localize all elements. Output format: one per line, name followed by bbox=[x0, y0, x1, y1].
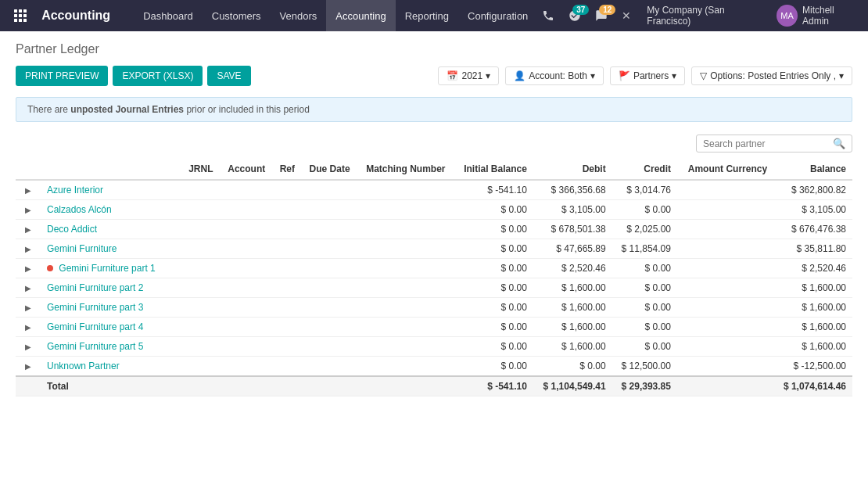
amount-currency-cell bbox=[677, 337, 773, 357]
user-name[interactable]: Mitchell Admin bbox=[802, 5, 860, 27]
expand-button[interactable]: ▶ bbox=[22, 284, 34, 292]
initial-balance-cell: $ 0.00 bbox=[454, 239, 533, 259]
account-cell bbox=[221, 278, 273, 298]
grid-menu-icon[interactable] bbox=[8, 0, 32, 31]
total-balance: $ 1,074,614.46 bbox=[773, 376, 852, 396]
partner-name-link[interactable]: Gemini Furniture part 2 bbox=[47, 282, 143, 293]
alert-dot bbox=[47, 265, 53, 271]
partners-filter[interactable]: 🚩 Partners ▾ bbox=[610, 66, 685, 85]
amount-currency-cell bbox=[677, 357, 773, 377]
company-selector[interactable]: My Company (San Francisco) bbox=[640, 5, 772, 27]
initial-balance-cell: $ 0.00 bbox=[454, 357, 533, 377]
partner-name-link[interactable]: Azure Interior bbox=[47, 185, 103, 196]
amount-currency-cell bbox=[677, 278, 773, 298]
col-initial-balance: Initial Balance bbox=[454, 159, 533, 180]
jrnl-cell bbox=[181, 337, 221, 357]
top-navigation: Accounting Dashboard Customers Vendors A… bbox=[0, 0, 868, 31]
expand-button[interactable]: ▶ bbox=[22, 362, 34, 371]
account-cell bbox=[221, 200, 273, 220]
app-brand: Accounting bbox=[32, 9, 134, 23]
table-header-row: JRNL Account Ref Due Date Matching Numbe… bbox=[16, 159, 852, 180]
menu-item-accounting[interactable]: Accounting bbox=[326, 0, 395, 31]
ref-cell bbox=[273, 278, 302, 298]
account-cell bbox=[221, 220, 273, 239]
debit-cell: $ 3,105.00 bbox=[533, 200, 612, 220]
table-row: ▶ Unknown Partner $ 0.00 $ 0.00 $ 12,500… bbox=[16, 357, 852, 377]
data-table: JRNL Account Ref Due Date Matching Numbe… bbox=[16, 159, 852, 396]
matching-cell bbox=[357, 220, 454, 239]
expand-cell: ▶ bbox=[16, 337, 41, 357]
partner-name-link[interactable]: Gemini Furniture part 3 bbox=[47, 302, 143, 313]
balance-cell: $ 3,105.00 bbox=[773, 200, 852, 220]
table-row: ▶ Deco Addict $ 0.00 $ 678,501.38 $ 2,02… bbox=[16, 220, 852, 239]
partner-name-link[interactable]: Gemini Furniture part 1 bbox=[59, 263, 155, 274]
print-preview-button[interactable]: PRINT PREVIEW bbox=[16, 66, 108, 86]
jrnl-cell bbox=[181, 259, 221, 278]
expand-cell: ▶ bbox=[16, 200, 41, 220]
chat-icon[interactable]: 12 bbox=[590, 6, 612, 25]
partner-name-link[interactable]: Deco Addict bbox=[47, 224, 97, 235]
ref-cell bbox=[273, 318, 302, 337]
partner-name-link[interactable]: Unknown Partner bbox=[47, 361, 120, 371]
expand-button[interactable]: ▶ bbox=[22, 343, 34, 351]
expand-button[interactable]: ▶ bbox=[22, 186, 34, 195]
menu-item-reporting[interactable]: Reporting bbox=[396, 0, 458, 31]
search-input[interactable] bbox=[703, 138, 833, 149]
svg-rect-5 bbox=[23, 14, 27, 17]
avatar[interactable]: MA bbox=[777, 5, 798, 27]
menu-item-customers[interactable]: Customers bbox=[203, 0, 271, 31]
export-xlsx-button[interactable]: EXPORT (XLSX) bbox=[113, 66, 203, 86]
activity-icon[interactable]: 37 bbox=[564, 6, 586, 25]
partner-name-cell: Deco Addict bbox=[41, 220, 181, 239]
initial-balance-cell: $ -541.10 bbox=[454, 180, 533, 200]
account-cell bbox=[221, 180, 273, 200]
balance-cell: $ 35,811.80 bbox=[773, 239, 852, 259]
credit-cell: $ 0.00 bbox=[612, 200, 677, 220]
account-cell bbox=[221, 239, 273, 259]
ref-cell bbox=[273, 220, 302, 239]
expand-button[interactable]: ▶ bbox=[22, 303, 34, 312]
ref-cell bbox=[273, 298, 302, 318]
debit-cell: $ 0.00 bbox=[533, 357, 612, 377]
partner-name-link[interactable]: Calzados Alcón bbox=[47, 204, 112, 215]
menu-item-dashboard[interactable]: Dashboard bbox=[134, 0, 203, 31]
close-icon[interactable]: ✕ bbox=[617, 6, 636, 25]
debit-cell: $ 678,501.38 bbox=[533, 220, 612, 239]
credit-cell: $ 0.00 bbox=[612, 318, 677, 337]
matching-cell bbox=[357, 298, 454, 318]
due-date-cell bbox=[302, 337, 357, 357]
due-date-cell bbox=[302, 220, 357, 239]
year-filter[interactable]: 📅 2021 ▾ bbox=[438, 66, 499, 85]
debit-cell: $ 1,600.00 bbox=[533, 298, 612, 318]
partner-name-cell: Gemini Furniture part 1 bbox=[41, 259, 181, 278]
search-icon[interactable]: 🔍 bbox=[833, 138, 845, 149]
menu-item-vendors[interactable]: Vendors bbox=[271, 0, 327, 31]
due-date-cell bbox=[302, 239, 357, 259]
initial-balance-cell: $ 0.00 bbox=[454, 200, 533, 220]
partner-name-link[interactable]: Gemini Furniture part 4 bbox=[47, 321, 143, 332]
expand-button[interactable]: ▶ bbox=[22, 225, 34, 234]
expand-button[interactable]: ▶ bbox=[22, 245, 34, 253]
svg-rect-4 bbox=[19, 14, 22, 17]
jrnl-cell bbox=[181, 180, 221, 200]
debit-cell: $ 47,665.89 bbox=[533, 239, 612, 259]
search-area: 🔍 bbox=[16, 135, 852, 152]
expand-button[interactable]: ▶ bbox=[22, 206, 34, 214]
phone-icon[interactable] bbox=[537, 6, 559, 25]
menu-item-configuration[interactable]: Configuration bbox=[458, 0, 537, 31]
col-amount-currency: Amount Currency bbox=[677, 159, 773, 180]
ref-cell bbox=[273, 357, 302, 377]
partner-name-cell: Calzados Alcón bbox=[41, 200, 181, 220]
expand-button[interactable]: ▶ bbox=[22, 264, 34, 273]
chevron-down-icon-4: ▾ bbox=[839, 70, 844, 81]
expand-button[interactable]: ▶ bbox=[22, 323, 34, 332]
account-cell bbox=[221, 337, 273, 357]
options-filter[interactable]: ▽ Options: Posted Entries Only , ▾ bbox=[691, 66, 852, 85]
partner-name-link[interactable]: Gemini Furniture part 5 bbox=[47, 341, 143, 352]
account-filter[interactable]: 👤 Account: Both ▾ bbox=[505, 66, 604, 85]
amount-currency-cell bbox=[677, 239, 773, 259]
save-button[interactable]: SAVE bbox=[207, 66, 250, 86]
credit-cell: $ 0.00 bbox=[612, 278, 677, 298]
partner-name-link[interactable]: Gemini Furniture bbox=[47, 243, 117, 254]
table-row: ▶ Gemini Furniture part 1 $ 0.00 $ 2,520… bbox=[16, 259, 852, 278]
